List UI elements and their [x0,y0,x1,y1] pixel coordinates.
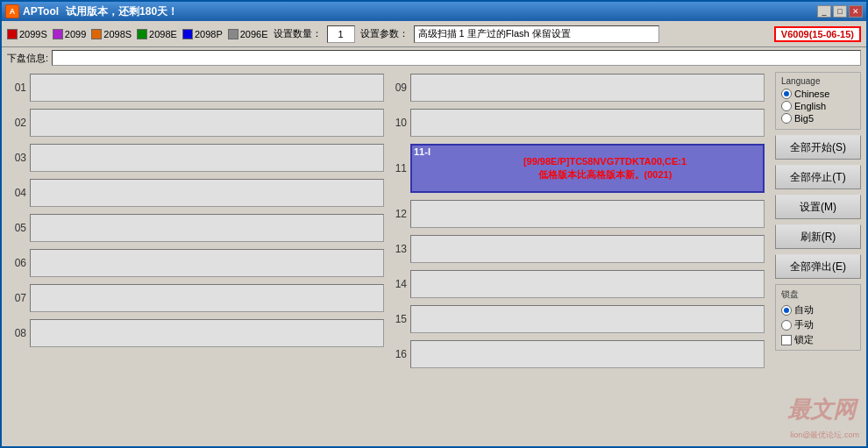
radio-big5-label: Big5 [794,113,814,124]
slot-box-02[interactable] [30,109,384,137]
language-group: Language Chinese English Big5 [775,72,861,130]
legend-color-2096e [228,29,238,39]
start-all-button[interactable]: 全部开始(S) [775,135,861,160]
legend-color-2098e [137,29,147,39]
slot-box-13[interactable] [410,235,765,263]
slot-num-01: 01 [7,82,26,94]
checkbox-lock[interactable]: 锁定 [781,333,855,346]
slot-row-03: 03 [7,142,384,174]
lock-group-title: 锁盘 [781,288,855,301]
slot-num-10: 10 [388,117,407,129]
device-count-input[interactable] [327,25,355,43]
slot-row-10: 10 [388,107,765,139]
toolbar: 2099S 2099 2098S 2098E 2098P 2096E 设置数量：… [2,21,866,47]
info-input[interactable] [52,50,861,66]
radio-manual-label: 手动 [794,318,814,331]
language-group-title: Language [781,76,855,86]
slot-box-15[interactable] [410,305,765,333]
titlebar-title: 试用版本，还剩180天！ [66,4,178,19]
slot-box-01[interactable] [30,74,384,102]
checkbox-lock-label: 锁定 [794,333,814,346]
slot-box-09[interactable] [410,74,765,102]
slot-num-02: 02 [7,117,26,129]
legend-2098s: 2098S [91,29,132,39]
slot-row-02: 02 [7,107,384,139]
slot-box-03[interactable] [30,144,384,172]
legend-label-2098e: 2098E [149,29,177,39]
stop-all-button[interactable]: 全部停止(T) [775,165,861,189]
legend-2096e: 2096E [228,29,268,39]
radio-chinese-label: Chinese [794,89,829,99]
main-window: A APTool 试用版本，还剩180天！ _ □ ✕ 2099S 2099 2… [0,0,868,448]
slot-row-01: 01 [7,72,384,103]
maximize-button[interactable]: □ [833,5,847,18]
titlebar: A APTool 试用版本，还剩180天！ _ □ ✕ [2,2,866,21]
slot-box-04[interactable] [30,179,384,207]
slot-box-10[interactable] [410,109,765,137]
main-content: 01 02 03 04 05 [2,68,866,446]
slot-row-15: 15 [388,303,765,335]
slot-num-14: 14 [388,278,407,290]
radio-english[interactable]: English [781,101,855,111]
app-icon: A [5,4,19,18]
settings-button[interactable]: 设置(M) [775,195,861,219]
right-column: 09 10 11 11-I [99/98E/P]TC58NVG7TDKTA00,… [388,72,765,443]
radio-english-dot[interactable] [781,101,792,111]
radio-chinese[interactable]: Chinese [781,89,855,99]
slot-row-16: 16 [388,338,765,370]
slot-num-16: 16 [388,348,407,360]
radio-auto[interactable]: 自动 [781,303,855,316]
radio-auto-dot[interactable] [781,305,792,316]
checkbox-lock-box[interactable] [781,335,792,345]
app-name: APTool [23,5,59,18]
slot-row-05: 05 [7,212,384,244]
slot-num-03: 03 [7,152,26,164]
slot-row-08: 08 [7,317,384,349]
slot-11-alert: [99/98E/P]TC58NVG7TDKTA00,CE:1低格版本比高格版本新… [523,155,687,182]
refresh-button[interactable]: 刷新(R) [775,224,861,249]
legend-color-2099 [53,29,63,39]
slot-box-14[interactable] [410,270,765,298]
legend-label-2098p: 2098P [195,29,223,39]
slot-num-05: 05 [7,222,26,234]
radio-chinese-dot[interactable] [781,89,792,99]
slot-row-11: 11 11-I [99/98E/P]TC58NVG7TDKTA00,CE:1低格… [388,142,765,195]
slot-11-overlay: 11-I [414,146,430,157]
radio-big5[interactable]: Big5 [781,113,855,124]
legend-label-2096e: 2096E [240,29,268,39]
slot-num-13: 13 [388,243,407,255]
minimize-button[interactable]: _ [817,5,831,18]
slot-num-08: 08 [7,327,26,339]
version-badge: V6009(15-06-15) [774,26,861,42]
radio-manual-dot[interactable] [781,320,792,331]
slot-box-08[interactable] [30,319,384,347]
radio-big5-dot[interactable] [781,113,792,124]
device-count-label: 设置数量： [274,27,322,40]
slot-row-13: 13 [388,233,765,265]
left-column: 01 02 03 04 05 [7,72,384,443]
slot-box-05[interactable] [30,214,384,242]
legend-2098e: 2098E [137,29,177,39]
slot-row-12: 12 [388,198,765,230]
slot-box-16[interactable] [410,340,765,368]
legend-color-2098p [182,29,193,39]
slots-area: 01 02 03 04 05 [2,68,770,446]
slot-box-11[interactable]: 11-I [99/98E/P]TC58NVG7TDKTA00,CE:1低格版本比… [410,144,765,193]
slot-num-07: 07 [7,292,26,304]
radio-manual[interactable]: 手动 [781,318,855,331]
slot-row-09: 09 [388,72,765,103]
radio-english-label: English [794,101,826,111]
slot-box-06[interactable] [30,249,384,277]
eject-all-button[interactable]: 全部弹出(E) [775,254,861,279]
slot-num-11: 11 [388,162,407,174]
titlebar-left: A APTool 试用版本，还剩180天！ [5,4,178,19]
legend-color-2099s [7,29,18,39]
slot-num-06: 06 [7,257,26,269]
params-input[interactable] [414,25,659,43]
close-button[interactable]: ✕ [849,5,863,18]
slot-box-07[interactable] [30,284,384,312]
slot-box-12[interactable] [410,200,765,228]
params-label: 设置参数： [360,27,409,40]
slot-num-04: 04 [7,187,26,199]
info-bar: 下盘信息: [2,47,866,68]
